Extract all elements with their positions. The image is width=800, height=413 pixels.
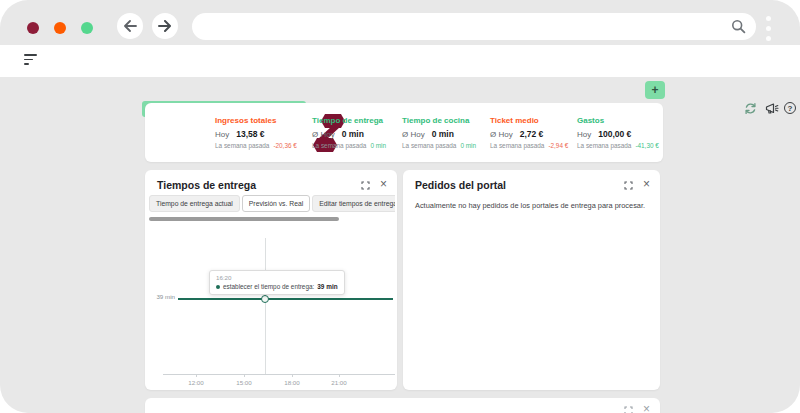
delivery-times-panel: Tiempos de entrega × Tiempo de entrega a… xyxy=(145,170,397,390)
x-axis-line xyxy=(163,374,395,375)
stat-tiempo-cocina: Tiempo de cocina Ø Hoy0 min La semana pa… xyxy=(402,116,476,149)
stat-title: Ticket medio xyxy=(490,116,568,125)
stat-compare-label: La semana pasada xyxy=(312,142,366,149)
tab-tiempo-entrega-actual[interactable]: Tiempo de entrega actual xyxy=(149,195,240,212)
forward-arrow-icon xyxy=(158,20,172,32)
help-icon[interactable]: ? xyxy=(784,102,796,114)
menu-icon[interactable] xyxy=(24,54,37,65)
series-dot-icon xyxy=(216,285,220,289)
stat-compare-value: -2,94 € xyxy=(548,142,568,149)
close-icon[interactable]: × xyxy=(643,403,650,413)
traffic-light-red[interactable] xyxy=(27,22,39,34)
browser-window: + Nuevo pedido + Pedido de mostrador ? + xyxy=(0,0,800,413)
stat-ticket-medio: Ticket medio Ø Hoy2,72 € La semana pasad… xyxy=(490,116,568,149)
chart-series-line xyxy=(178,298,393,300)
stat-compare-value: -41,30 € xyxy=(635,142,658,149)
chart-tooltip: 16:20 establecer el tiempo de entrega: 3… xyxy=(209,270,345,295)
app-toolbar: + Nuevo pedido + Pedido de mostrador ? xyxy=(0,45,800,77)
kpi-stats-card: Ingresos totales Hoy13,58 € La semana pa… xyxy=(145,103,663,162)
search-icon[interactable] xyxy=(731,19,746,34)
stat-value: 100,00 € xyxy=(598,129,631,139)
stat-period-label: Ø Hoy xyxy=(490,130,513,139)
announcements-megaphone-icon[interactable] xyxy=(765,102,778,115)
traffic-light-orange[interactable] xyxy=(54,22,66,34)
tabs-scrollbar[interactable] xyxy=(149,217,339,221)
panel-title: Tiempos de entrega xyxy=(157,179,256,191)
tooltip-time: 16:20 xyxy=(216,274,338,281)
back-button[interactable] xyxy=(117,13,143,39)
stat-period-label: Ø Hoy xyxy=(402,130,425,139)
x-tick-label: 12:00 xyxy=(181,379,211,386)
chart-crosshair-line xyxy=(265,238,266,374)
stat-compare-label: La semana pasada xyxy=(402,142,456,149)
expand-icon[interactable] xyxy=(624,406,633,413)
x-tick-label: 18:00 xyxy=(277,379,307,386)
expand-icon[interactable] xyxy=(361,181,370,190)
chart-point-marker xyxy=(261,295,269,303)
bottom-panel: × xyxy=(145,398,660,413)
portal-orders-panel: Pedidos del portal × Actualmente no hay … xyxy=(403,170,660,390)
tooltip-label: establecer el tiempo de entrega: xyxy=(223,283,314,290)
stat-gastos: Gastos Hoy100,00 € La semana pasada-41,3… xyxy=(577,116,659,149)
stat-compare-value: 0 min xyxy=(370,142,386,149)
stat-title: Gastos xyxy=(577,116,659,125)
tab-prevision-vs-real[interactable]: Previsión vs. Real xyxy=(242,195,310,212)
stat-period-label: Ø Hoy xyxy=(312,130,335,139)
panel-title: Pedidos del portal xyxy=(415,179,506,191)
stat-compare-label: La semana pasada xyxy=(577,142,631,149)
stat-compare-value: 0 min xyxy=(460,142,476,149)
stat-compare-label: La semana pasada xyxy=(215,142,269,149)
x-tick-label: 15:00 xyxy=(229,379,259,386)
stat-value: 0 min xyxy=(342,129,364,139)
add-widget-button[interactable]: + xyxy=(645,81,665,99)
sync-icon[interactable] xyxy=(744,102,757,115)
y-axis-tick-label: 39 min xyxy=(147,293,175,300)
traffic-light-green[interactable] xyxy=(81,22,93,34)
empty-state-message: Actualmente no hay pedidos de los portal… xyxy=(415,201,647,211)
close-icon[interactable]: × xyxy=(380,178,387,190)
stat-value: 2,72 € xyxy=(520,129,544,139)
stat-title: Ingresos totales xyxy=(215,116,297,125)
address-bar[interactable] xyxy=(192,13,756,40)
forward-button[interactable] xyxy=(152,13,178,39)
tab-editar-tiempos[interactable]: Editar tiempos de entrega xyxy=(312,195,395,212)
x-tick-label: 21:00 xyxy=(324,379,354,386)
stat-title: Tiempo de cocina xyxy=(402,116,476,125)
close-icon[interactable]: × xyxy=(643,178,650,190)
stat-period-label: Hoy xyxy=(577,130,591,139)
stat-value: 0 min xyxy=(432,129,454,139)
stat-title: Tiempo de entrega xyxy=(312,116,386,125)
delivery-tabs: Tiempo de entrega actual Previsión vs. R… xyxy=(149,195,395,212)
stat-tiempo-entrega: Tiempo de entrega Ø Hoy0 min La semana p… xyxy=(312,116,386,149)
stat-value: 13,58 € xyxy=(236,129,264,139)
stat-compare-value: -20,36 € xyxy=(273,142,296,149)
stat-ingresos-totales: Ingresos totales Hoy13,58 € La semana pa… xyxy=(215,116,297,149)
back-arrow-icon xyxy=(123,20,137,32)
expand-icon[interactable] xyxy=(624,181,633,190)
tooltip-value: 39 min xyxy=(317,283,337,290)
stat-compare-label: La semana pasada xyxy=(490,142,544,149)
stat-period-label: Hoy xyxy=(215,130,229,139)
